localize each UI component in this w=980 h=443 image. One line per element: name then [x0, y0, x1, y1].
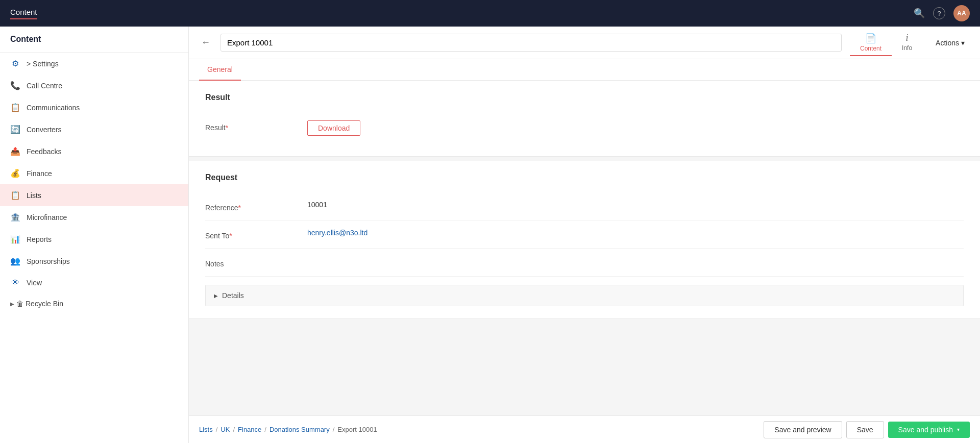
sponsorships-icon: 👥	[10, 256, 20, 266]
result-field-row: Result* Download	[205, 112, 964, 144]
details-label: Details	[222, 291, 244, 300]
actions-dropdown-icon: ▾	[961, 39, 965, 47]
sidebar-item-microfinance[interactable]: 🏦 Microfinance	[0, 206, 188, 228]
top-navigation: Content 🔍 ? AA	[0, 0, 980, 27]
sidebar-recycle-bin-expand[interactable]: ▶ 🗑 Recycle Bin	[0, 293, 188, 314]
sent-to-field-value: henry.ellis@n3o.ltd	[307, 229, 964, 237]
sent-to-required-mark: *	[229, 232, 232, 240]
breadcrumb-sep2: /	[233, 426, 235, 433]
reference-field-label: Reference*	[205, 201, 307, 212]
sidebar-item-feedbacks-label: Feedbacks	[27, 147, 61, 156]
content-tab-label: Content	[860, 45, 881, 52]
save-button[interactable]: Save	[846, 421, 884, 438]
lists-icon: 📋	[10, 190, 20, 200]
save-preview-button[interactable]: Save and preview	[764, 421, 842, 438]
sidebar-item-communications-label: Communications	[27, 104, 80, 112]
breadcrumb-current: Export 10001	[337, 426, 377, 433]
sidebar-header: Content	[0, 27, 188, 53]
sidebar-item-call-centre-label: Call Centre	[27, 82, 62, 90]
breadcrumb-uk[interactable]: UK	[220, 426, 230, 433]
sent-to-field-row: Sent To* henry.ellis@n3o.ltd	[205, 220, 964, 249]
result-field-value: Download	[307, 120, 964, 136]
sidebar-item-lists[interactable]: 📋 Lists	[0, 184, 188, 206]
sidebar-item-lists-label: Lists	[27, 191, 41, 200]
editor-header: ← 📄 Content i Info Actions ▾	[189, 27, 980, 59]
notes-field-label: Notes	[205, 257, 307, 268]
converters-icon: 🔄	[10, 125, 20, 134]
sidebar-item-finance-label: Finance	[27, 169, 52, 178]
save-publish-label: Save and publish	[898, 426, 953, 434]
reports-icon: 📊	[10, 234, 20, 244]
info-tab-label: Info	[902, 44, 912, 52]
settings-icon: ⚙	[10, 59, 20, 68]
breadcrumb-sep1: /	[216, 426, 218, 433]
sidebar-item-converters[interactable]: 🔄 Converters	[0, 118, 188, 140]
top-nav-icons: 🔍 ? AA	[914, 5, 970, 21]
breadcrumb-donations-summary[interactable]: Donations Summary	[270, 426, 330, 433]
sidebar-item-microfinance-label: Microfinance	[27, 213, 67, 222]
general-tab[interactable]: General	[199, 59, 241, 81]
search-icon[interactable]: 🔍	[914, 8, 925, 19]
download-button[interactable]: Download	[307, 120, 360, 136]
result-required-mark: *	[226, 124, 228, 132]
actions-button-label: Actions	[936, 39, 959, 47]
recycle-bin-icon: 🗑	[16, 300, 23, 308]
page-title-input[interactable]	[220, 34, 842, 52]
content-area: ← 📄 Content i Info Actions ▾ General	[189, 27, 980, 443]
feedbacks-icon: 📤	[10, 146, 20, 156]
sidebar-item-sponsorships[interactable]: 👥 Sponsorships	[0, 250, 188, 272]
bottom-actions: Save and preview Save Save and publish ▾	[764, 421, 970, 438]
sidebar-item-call-centre[interactable]: 📞 Call Centre	[0, 75, 188, 96]
reference-field-row: Reference* 10001	[205, 192, 964, 220]
sidebar-item-finance[interactable]: 💰 Finance	[0, 162, 188, 184]
sidebar-item-converters-label: Converters	[27, 126, 61, 134]
tab-bar: General	[189, 59, 980, 81]
actions-button[interactable]: Actions ▾	[930, 36, 970, 50]
breadcrumb-sep4: /	[333, 426, 335, 433]
help-icon[interactable]: ?	[933, 7, 945, 19]
sidebar-item-communications[interactable]: 📋 Communications	[0, 96, 188, 118]
sidebar-item-feedbacks[interactable]: 📤 Feedbacks	[0, 140, 188, 162]
reference-required-mark: *	[238, 204, 241, 212]
tab-content[interactable]: 📄 Content	[850, 30, 892, 56]
save-publish-dropdown-icon: ▾	[957, 427, 960, 432]
details-toggle[interactable]: ▶ Details	[206, 285, 963, 306]
finance-icon: 💰	[10, 168, 20, 178]
result-field-label: Result*	[205, 120, 307, 132]
save-publish-button[interactable]: Save and publish ▾	[888, 422, 970, 438]
communications-icon: 📋	[10, 103, 20, 112]
sidebar-item-reports[interactable]: 📊 Reports	[0, 228, 188, 250]
main-layout: Content ⚙ > Settings 📞 Call Centre 📋 Com…	[0, 27, 980, 443]
general-tab-label: General	[207, 65, 233, 73]
reference-field-value: 10001	[307, 201, 964, 209]
sidebar-item-reports-label: Reports	[27, 235, 52, 243]
sidebar: Content ⚙ > Settings 📞 Call Centre 📋 Com…	[0, 27, 189, 443]
details-arrow-icon: ▶	[214, 293, 218, 299]
request-section: Request Reference* 10001 Sent To* henry.…	[189, 161, 980, 319]
header-tabs: 📄 Content i Info	[850, 30, 922, 56]
tab-info[interactable]: i Info	[892, 30, 922, 56]
info-tab-icon: i	[906, 33, 909, 43]
result-section-title: Result	[205, 93, 964, 102]
sidebar-item-settings[interactable]: ⚙ > Settings	[0, 53, 188, 75]
result-section: Result Result* Download	[189, 81, 980, 157]
call-centre-icon: 📞	[10, 81, 20, 90]
content-tab-icon: 📄	[865, 33, 876, 44]
sidebar-item-sponsorships-label: Sponsorships	[27, 257, 70, 265]
main-content: Result Result* Download Request Referenc…	[189, 81, 980, 415]
user-avatar[interactable]: AA	[953, 5, 970, 21]
breadcrumb: Lists / UK / Finance / Donations Summary…	[199, 426, 377, 433]
microfinance-icon: 🏦	[10, 212, 20, 222]
details-section: ▶ Details	[205, 285, 964, 306]
notes-field-row: Notes	[205, 249, 964, 277]
sidebar-item-view[interactable]: 👁 View	[0, 272, 188, 293]
sidebar-item-view-label: View	[27, 279, 42, 287]
expand-arrow-icon: ▶	[10, 301, 14, 307]
breadcrumb-sep3: /	[264, 426, 266, 433]
breadcrumb-lists[interactable]: Lists	[199, 426, 213, 433]
breadcrumb-finance[interactable]: Finance	[238, 426, 261, 433]
sent-to-field-label: Sent To*	[205, 229, 307, 240]
sidebar-item-settings-label: > Settings	[27, 60, 59, 68]
view-icon: 👁	[10, 278, 20, 287]
back-button[interactable]: ←	[199, 35, 212, 50]
